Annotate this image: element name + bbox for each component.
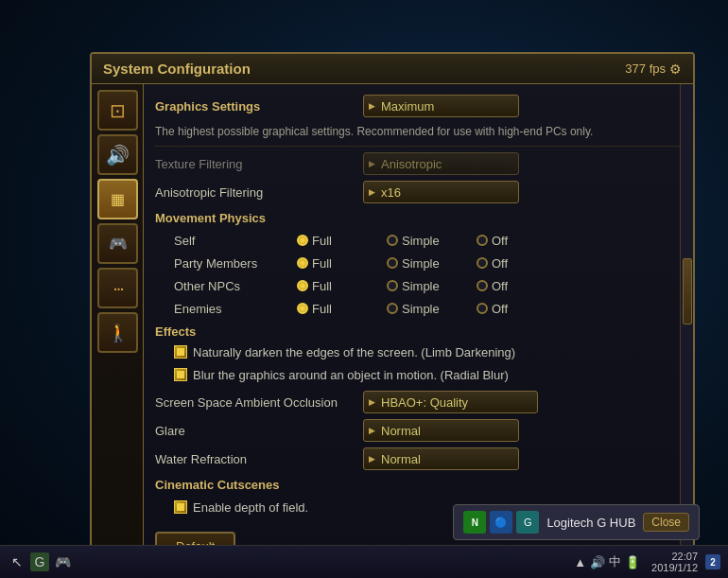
nav-sidebar: ⊡ 🔊 ▦ 🎮 ··· 🚶	[92, 84, 144, 578]
depth-of-field-checkbox[interactable]	[174, 500, 187, 514]
physics-row-self: Self Full Simple Off	[155, 229, 682, 252]
cinematic-label: Cinematic Cutscenes	[155, 478, 363, 492]
movement-physics-section: Movement Physics	[155, 206, 682, 229]
effect-item-2: Blur the graphics around an object in mo…	[155, 365, 682, 388]
npcs-full-radio[interactable]	[297, 280, 308, 291]
sidebar-item-display[interactable]: ⊡	[97, 90, 138, 131]
npcs-simple-radio[interactable]	[387, 280, 398, 291]
logitech-icon: G	[516, 511, 539, 534]
party-off-radio[interactable]	[477, 257, 488, 269]
notification-popup: N 🔵 G Logitech G HUB Close	[453, 504, 700, 540]
effect-item-1: Naturally darken the edges of the screen…	[155, 342, 682, 365]
taskbar-right: ▲ 🔊 中 🔋 22:07 2019/1/12 2	[574, 551, 720, 573]
ssao-dropdown[interactable]: HBAO+: Quality	[363, 391, 538, 413]
taskbar-left: ↖ G 🎮	[8, 552, 72, 571]
effects-section: Effects	[155, 320, 682, 342]
notification-icons: N 🔵 G	[463, 511, 539, 534]
fps-counter: 377 fps ⚙	[625, 61, 682, 77]
tray-sound-icon[interactable]: 🔊	[590, 555, 605, 569]
divider-1	[155, 146, 682, 147]
clock-area: 22:07 2019/1/12	[651, 551, 698, 573]
party-simple-radio[interactable]	[387, 257, 398, 269]
sidebar-item-misc[interactable]: ···	[97, 268, 138, 308]
party-off-option[interactable]: Off	[477, 256, 508, 271]
system-date: 2019/1/12	[651, 562, 698, 573]
tray-battery-icon[interactable]: 🔋	[625, 555, 640, 569]
sidebar-item-character[interactable]: 🚶	[97, 312, 138, 353]
water-dropdown[interactable]: Normal	[363, 447, 519, 470]
taskbar-gamepad-icon[interactable]: 🎮	[53, 552, 72, 571]
npcs-off-radio[interactable]	[477, 280, 488, 291]
glare-row: Glare Normal	[155, 416, 682, 445]
enemies-simple-radio[interactable]	[387, 303, 398, 314]
display-icon: ⊡	[110, 99, 126, 122]
physics-enemies-label: Enemies	[174, 302, 297, 316]
graphics-settings-row: Graphics Settings Maximum	[155, 92, 682, 120]
nvidia-icon: N	[463, 511, 486, 534]
limb-darkening-text: Naturally darken the edges of the screen…	[193, 345, 515, 359]
physics-row-enemies: Enemies Full Simple Off	[155, 297, 682, 320]
bluetooth-icon: 🔵	[490, 511, 512, 534]
graphics-description: The highest possible graphical settings.…	[155, 124, 682, 140]
enemies-full-option[interactable]: Full	[297, 302, 387, 316]
self-full-radio[interactable]	[297, 235, 308, 246]
physics-self-label: Self	[174, 234, 297, 248]
panel-title: System Configuration	[103, 61, 251, 77]
notification-text: Logitech G HUB	[546, 516, 635, 530]
graphics-settings-label: Graphics Settings	[155, 99, 363, 114]
depth-of-field-text: Enable depth of field.	[193, 500, 308, 515]
taskbar-arrow-icon[interactable]: ↖	[8, 552, 26, 571]
ssao-row: Screen Space Ambient Occlusion HBAO+: Qu…	[155, 388, 682, 416]
gamepad-icon: 🎮	[109, 235, 128, 253]
sidebar-item-graphics[interactable]: ▦	[97, 179, 138, 219]
self-simple-radio[interactable]	[387, 235, 398, 246]
glare-dropdown[interactable]: Normal	[363, 419, 519, 442]
enemies-off-radio[interactable]	[477, 303, 488, 314]
water-label: Water Refraction	[155, 452, 363, 466]
party-full-radio[interactable]	[297, 257, 308, 269]
water-row: Water Refraction Normal	[155, 445, 682, 473]
npcs-simple-option[interactable]: Simple	[387, 279, 477, 293]
enemies-simple-option[interactable]: Simple	[387, 302, 477, 316]
self-off-option[interactable]: Off	[477, 234, 508, 248]
anisotropic-filtering-label: Anisotropic Filtering	[155, 185, 363, 200]
tray-ime-icon[interactable]: 中	[609, 553, 621, 570]
physics-row-party: Party Members Full Simple Off	[155, 252, 682, 274]
physics-npcs-label: Other NPCs	[174, 279, 297, 293]
scrollbar-thumb[interactable]	[683, 258, 692, 324]
notification-close-button[interactable]: Close	[643, 513, 689, 532]
party-simple-option[interactable]: Simple	[387, 256, 477, 271]
npcs-off-option[interactable]: Off	[477, 279, 508, 293]
enemies-full-radio[interactable]	[297, 303, 308, 314]
notification-badge[interactable]: 2	[705, 554, 720, 569]
self-full-option[interactable]: Full	[297, 234, 387, 248]
physics-party-label: Party Members	[174, 256, 297, 271]
texture-filtering-dropdown[interactable]: Anisotropic	[363, 152, 519, 175]
sound-icon: 🔊	[106, 144, 130, 166]
physics-row-npcs: Other NPCs Full Simple Off	[155, 274, 682, 297]
misc-icon: ···	[113, 277, 123, 299]
enemies-off-option[interactable]: Off	[477, 302, 508, 316]
movement-physics-label: Movement Physics	[155, 211, 363, 225]
effects-label: Effects	[155, 324, 363, 339]
self-simple-option[interactable]: Simple	[387, 234, 477, 248]
party-full-option[interactable]: Full	[297, 256, 387, 271]
cinematic-section: Cinematic Cutscenes	[155, 473, 682, 496]
tray-arrow-icon[interactable]: ▲	[574, 555, 586, 569]
npcs-full-option[interactable]: Full	[297, 279, 387, 293]
taskbar: ↖ G 🎮 ▲ 🔊 中 🔋 22:07 2019/1/12 2	[0, 545, 728, 578]
texture-filtering-label: Texture Filtering	[155, 157, 363, 171]
self-off-radio[interactable]	[477, 235, 488, 246]
sidebar-item-sound[interactable]: 🔊	[97, 134, 138, 175]
system-time: 22:07	[671, 551, 698, 562]
limb-darkening-checkbox[interactable]	[174, 345, 187, 359]
radial-blur-checkbox[interactable]	[174, 368, 187, 381]
system-config-panel: System Configuration 377 fps ⚙ ⊡ 🔊 ▦ 🎮	[90, 52, 695, 578]
anisotropic-filtering-dropdown[interactable]: x16	[363, 181, 519, 203]
sidebar-item-gamepad[interactable]: 🎮	[97, 223, 138, 264]
radial-blur-text: Blur the graphics around an object in mo…	[193, 368, 509, 382]
graphics-description-row: The highest possible graphical settings.…	[155, 120, 682, 143]
taskbar-g-icon[interactable]: G	[30, 552, 49, 571]
graphics-preset-dropdown[interactable]: Maximum	[363, 95, 519, 117]
graphics-icon: ▦	[111, 190, 125, 208]
